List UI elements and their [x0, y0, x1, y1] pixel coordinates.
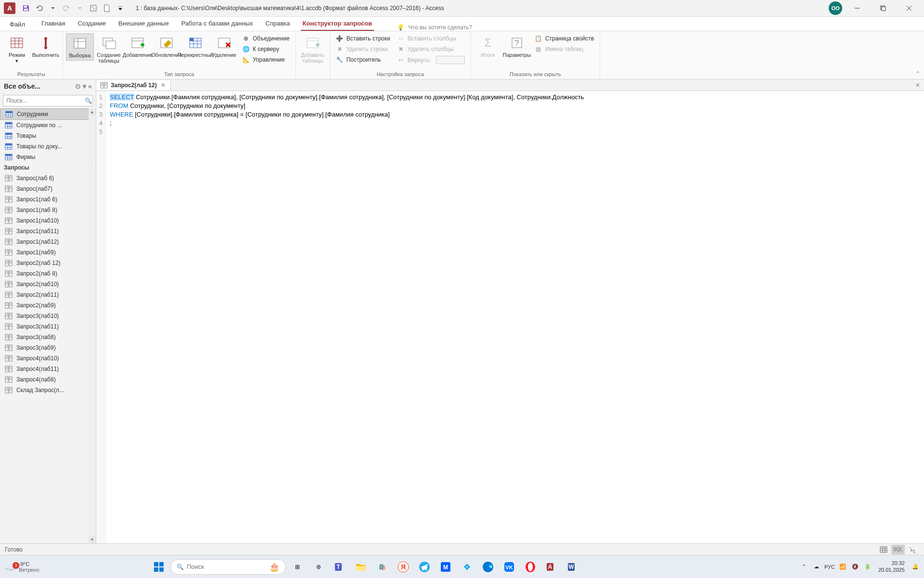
- property-sheet-button[interactable]: 📋Страница свойств: [532, 33, 597, 44]
- nav-category-queries[interactable]: Запросы⌃: [0, 162, 96, 173]
- app-m-icon[interactable]: M: [436, 557, 455, 577]
- document-tab[interactable]: Запрос2(лаб 12) ✕: [96, 80, 171, 90]
- notifications-icon[interactable]: 🔔: [911, 562, 920, 572]
- nav-table-item[interactable]: Сотрудники по ...: [0, 120, 96, 131]
- nav-query-item[interactable]: Запрос2(лаб10): [0, 279, 96, 289]
- vk-icon[interactable]: VK: [500, 557, 519, 577]
- collapse-ribbon-button[interactable]: ⌃: [915, 70, 920, 77]
- nav-query-item[interactable]: Запрос4(лаб10): [0, 353, 96, 364]
- store-icon[interactable]: 🛍️: [372, 557, 392, 577]
- tab-create[interactable]: Создание: [76, 17, 108, 31]
- nav-query-item[interactable]: Запрос3(лаб11): [0, 321, 96, 332]
- tab-query-design[interactable]: Конструктор запросов: [301, 17, 374, 31]
- sql-editor[interactable]: 12345 SELECT Сотрудники.[Фамилия сотрудн…: [96, 91, 924, 543]
- nav-query-item[interactable]: Запрос3(лаб10): [0, 311, 96, 321]
- sql-view-button[interactable]: SQL: [891, 545, 905, 554]
- nav-query-item[interactable]: Запрос(лаб7): [0, 184, 96, 194]
- nav-search-input[interactable]: [3, 95, 82, 106]
- volume-icon[interactable]: 🔇: [850, 562, 860, 572]
- builder-button[interactable]: 🔧Построитель: [333, 54, 393, 65]
- touch-mode-icon[interactable]: [88, 2, 99, 14]
- taskbar-search[interactable]: 🔍 🎂: [170, 559, 286, 575]
- data-definition-button[interactable]: 📐Управление: [239, 54, 293, 65]
- nav-query-item[interactable]: Запрос1(лаб12): [0, 236, 96, 247]
- yandex-icon[interactable]: Я: [394, 557, 413, 577]
- nav-query-item[interactable]: Запрос2(лаб 12): [0, 258, 96, 268]
- view-button[interactable]: Режим▾: [3, 33, 31, 66]
- word-icon[interactable]: W: [563, 557, 582, 577]
- undo-dropdown-icon[interactable]: [47, 2, 59, 14]
- nav-table-item[interactable]: Фирмы: [0, 152, 96, 162]
- clock[interactable]: 20:32 20.01.2025: [875, 560, 908, 573]
- teams-icon[interactable]: T: [330, 557, 349, 577]
- design-view-button[interactable]: [906, 545, 919, 554]
- datasheet-view-button[interactable]: [877, 545, 890, 554]
- tab-help[interactable]: Справка: [264, 17, 292, 31]
- save-icon[interactable]: [20, 2, 32, 14]
- nav-query-item[interactable]: Запрос1(лаб 6): [0, 194, 96, 205]
- make-table-button[interactable]: Создание таблицы: [95, 33, 123, 66]
- start-button[interactable]: [149, 557, 168, 577]
- weather-widget[interactable]: ☁️ 3 -9°C Ветрено: [4, 561, 62, 573]
- tab-external-data[interactable]: Внешние данные: [116, 17, 171, 31]
- nav-query-item[interactable]: Запрос2(лаб9): [0, 300, 96, 311]
- append-button[interactable]: Добавление: [124, 33, 152, 60]
- nav-query-item[interactable]: Запрос2(лаб11): [0, 289, 96, 300]
- nav-scrollbar[interactable]: ▲ ▼: [89, 108, 96, 543]
- nav-query-item[interactable]: Запрос4(лаб8): [0, 374, 96, 385]
- user-avatar[interactable]: ОО: [829, 1, 842, 15]
- nav-table-item[interactable]: Сотрудники: [0, 108, 96, 120]
- tray-overflow-icon[interactable]: ⌃: [799, 562, 809, 572]
- close-all-button[interactable]: ✕: [911, 82, 924, 89]
- delete-button[interactable]: Удаление: [210, 33, 238, 60]
- shutter-button[interactable]: «: [88, 82, 92, 90]
- copilot-icon[interactable]: ⊚: [309, 557, 328, 577]
- nav-header-dropdown[interactable]: ⊙ ▾ «: [75, 82, 92, 90]
- taskbar-search-input[interactable]: [187, 563, 269, 570]
- nav-query-item[interactable]: Запрос1(лаб10): [0, 215, 96, 226]
- battery-icon[interactable]: 🔋: [863, 562, 873, 572]
- run-button[interactable]: Выполнить: [32, 33, 60, 60]
- passthrough-button[interactable]: 🌐К серверу: [239, 44, 293, 54]
- telegram-icon[interactable]: [415, 557, 434, 577]
- vscode-icon[interactable]: 💠: [457, 557, 476, 577]
- nav-query-item[interactable]: Запрос3(лаб8): [0, 332, 96, 342]
- minimize-button[interactable]: [846, 0, 868, 17]
- opera-icon[interactable]: [521, 557, 540, 577]
- redo-icon[interactable]: [61, 2, 72, 14]
- edge-icon[interactable]: [478, 557, 498, 577]
- nav-query-item[interactable]: Запрос2(лаб 8): [0, 268, 96, 279]
- update-button[interactable]: Обновление: [153, 33, 180, 60]
- nav-query-item[interactable]: Запрос1(лаб9): [0, 247, 96, 258]
- qat-customize-icon[interactable]: [115, 2, 126, 14]
- sql-code[interactable]: SELECT Сотрудники.[Фамилия сотрудника], …: [106, 91, 588, 543]
- access-taskbar-icon[interactable]: A: [542, 557, 561, 577]
- tab-file[interactable]: Файл: [4, 18, 31, 31]
- nav-query-item[interactable]: Запрос4(лаб11): [0, 364, 96, 374]
- new-icon[interactable]: [101, 2, 113, 14]
- tab-database-tools[interactable]: Работа с базами данных: [180, 17, 255, 31]
- onedrive-icon[interactable]: ☁: [812, 562, 821, 572]
- close-button[interactable]: [898, 0, 920, 17]
- tell-me-search[interactable]: 💡 Что вы хотите сделать?: [397, 24, 472, 31]
- language-indicator[interactable]: РУС: [824, 564, 835, 570]
- nav-query-item[interactable]: Запрос1(лаб11): [0, 226, 96, 236]
- insert-rows-button[interactable]: ➕Вставить строки: [333, 33, 393, 44]
- tab-home[interactable]: Главная: [39, 17, 67, 31]
- explorer-icon[interactable]: [351, 557, 371, 577]
- union-button[interactable]: ⊕Объединение: [239, 33, 293, 44]
- task-view-button[interactable]: ⊞: [288, 557, 307, 577]
- nav-query-item[interactable]: Склад Запрос(л...: [0, 385, 96, 395]
- maximize-button[interactable]: [872, 0, 894, 17]
- redo-dropdown-icon[interactable]: [74, 2, 86, 14]
- scroll-up-icon[interactable]: ▲: [89, 108, 96, 116]
- nav-query-item[interactable]: Запрос1(лаб 8): [0, 205, 96, 215]
- parameters-button[interactable]: ? Параметры: [503, 33, 531, 60]
- search-icon[interactable]: 🔍: [82, 97, 95, 104]
- crosstab-button[interactable]: Перекрестный: [181, 33, 209, 60]
- wifi-icon[interactable]: 📶: [838, 562, 847, 572]
- undo-icon[interactable]: [34, 2, 45, 14]
- close-tab-button[interactable]: ✕: [160, 82, 167, 89]
- select-query-button[interactable]: Выборка: [66, 33, 94, 61]
- scroll-down-icon[interactable]: ▼: [89, 536, 96, 543]
